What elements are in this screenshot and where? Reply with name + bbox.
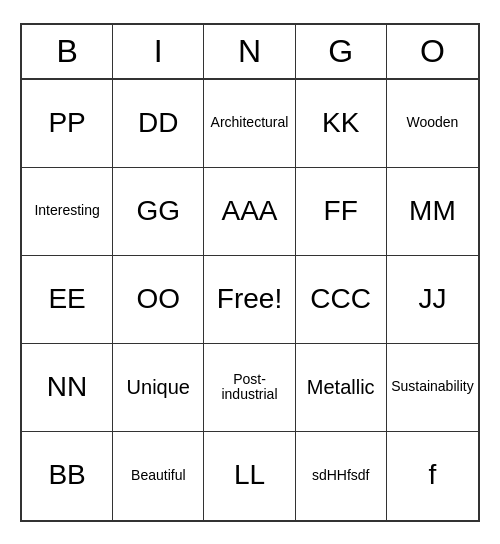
- bingo-cell-r0-c3: KK: [296, 80, 387, 168]
- bingo-cell-text-r3-c0: NN: [47, 372, 87, 403]
- header-letter-N: N: [204, 25, 295, 78]
- bingo-cell-r4-c2: LL: [204, 432, 295, 520]
- bingo-cell-r1-c2: AAA: [204, 168, 295, 256]
- bingo-cell-r2-c1: OO: [113, 256, 204, 344]
- bingo-cell-text-r3-c1: Unique: [127, 376, 190, 398]
- bingo-cell-text-r4-c4: f: [429, 460, 437, 491]
- bingo-cell-text-r2-c4: JJ: [418, 284, 446, 315]
- bingo-cell-text-r1-c2: AAA: [221, 196, 277, 227]
- bingo-cell-text-r1-c1: GG: [137, 196, 181, 227]
- header-letter-G: G: [296, 25, 387, 78]
- bingo-cell-r3-c1: Unique: [113, 344, 204, 432]
- bingo-cell-r0-c2: Architectural: [204, 80, 295, 168]
- header-letter-I: I: [113, 25, 204, 78]
- bingo-cell-r1-c0: Interesting: [22, 168, 113, 256]
- bingo-cell-r2-c3: CCC: [296, 256, 387, 344]
- bingo-cell-r4-c4: f: [387, 432, 478, 520]
- bingo-cell-r3-c4: Sustainability: [387, 344, 478, 432]
- bingo-cell-text-r2-c2: Free!: [217, 284, 282, 315]
- bingo-cell-text-r2-c1: OO: [137, 284, 181, 315]
- bingo-cell-r2-c4: JJ: [387, 256, 478, 344]
- bingo-cell-r3-c2: Post-industrial: [204, 344, 295, 432]
- bingo-cell-text-r0-c1: DD: [138, 108, 178, 139]
- bingo-cell-r0-c1: DD: [113, 80, 204, 168]
- bingo-cell-text-r0-c4: Wooden: [406, 115, 458, 130]
- bingo-cell-r0-c4: Wooden: [387, 80, 478, 168]
- header-letter-O: O: [387, 25, 478, 78]
- bingo-cell-r0-c0: PP: [22, 80, 113, 168]
- bingo-cell-text-r0-c0: PP: [48, 108, 85, 139]
- header-letter-B: B: [22, 25, 113, 78]
- bingo-cell-r2-c0: EE: [22, 256, 113, 344]
- bingo-cell-r4-c1: Beautiful: [113, 432, 204, 520]
- bingo-cell-text-r0-c3: KK: [322, 108, 359, 139]
- bingo-cell-r2-c2: Free!: [204, 256, 295, 344]
- bingo-cell-text-r3-c4: Sustainability: [391, 379, 474, 394]
- bingo-header: BINGO: [22, 25, 478, 80]
- bingo-cell-r4-c0: BB: [22, 432, 113, 520]
- bingo-cell-text-r0-c2: Architectural: [211, 115, 289, 130]
- bingo-cell-r1-c1: GG: [113, 168, 204, 256]
- bingo-cell-text-r2-c0: EE: [48, 284, 85, 315]
- bingo-cell-text-r1-c3: FF: [324, 196, 358, 227]
- bingo-cell-text-r4-c1: Beautiful: [131, 468, 185, 483]
- bingo-cell-text-r4-c0: BB: [48, 460, 85, 491]
- bingo-cell-r1-c3: FF: [296, 168, 387, 256]
- bingo-cell-text-r4-c3: sdHHfsdf: [312, 468, 370, 483]
- bingo-cell-r1-c4: MM: [387, 168, 478, 256]
- bingo-card: BINGO PPDDArchitecturalKKWoodenInteresti…: [20, 23, 480, 522]
- bingo-cell-text-r4-c2: LL: [234, 460, 265, 491]
- bingo-cell-text-r2-c3: CCC: [310, 284, 371, 315]
- bingo-cell-text-r3-c2: Post-industrial: [208, 372, 290, 403]
- bingo-cell-r3-c0: NN: [22, 344, 113, 432]
- bingo-cell-text-r1-c0: Interesting: [34, 203, 99, 218]
- bingo-cell-r3-c3: Metallic: [296, 344, 387, 432]
- bingo-grid: PPDDArchitecturalKKWoodenInterestingGGAA…: [22, 80, 478, 520]
- bingo-cell-r4-c3: sdHHfsdf: [296, 432, 387, 520]
- bingo-cell-text-r1-c4: MM: [409, 196, 456, 227]
- bingo-cell-text-r3-c3: Metallic: [307, 376, 375, 398]
